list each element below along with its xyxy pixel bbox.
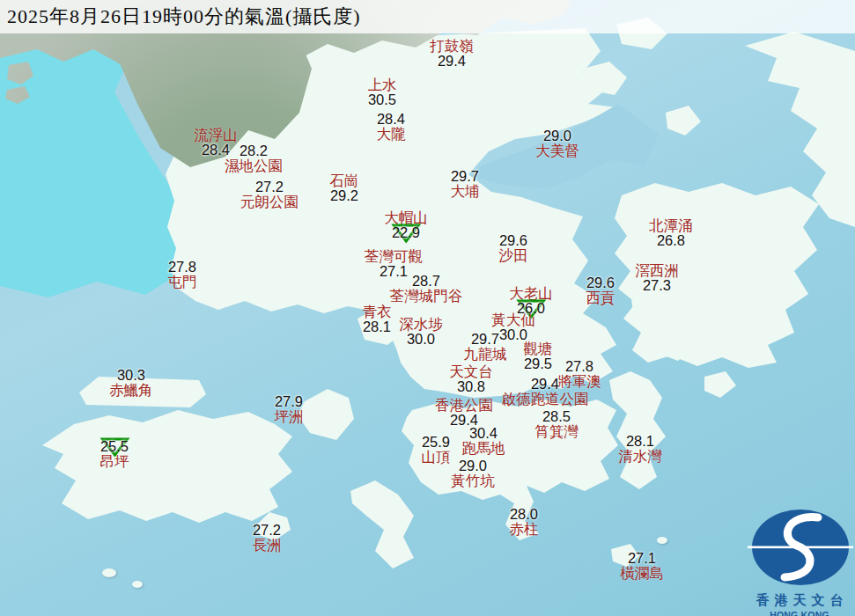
station-元朗公園: 27.2元朗公園 <box>240 180 299 209</box>
station-上水: 上水30.5 <box>368 77 397 107</box>
station-name: 黃竹坑 <box>451 473 495 488</box>
station-name: 滘西洲 <box>635 263 679 278</box>
station-天文台: 天文台30.8 <box>449 364 493 394</box>
station-value: 27.1 <box>620 551 664 566</box>
station-name: 橫瀾島 <box>620 566 664 581</box>
station-value: 28.4 <box>377 112 406 127</box>
station-跑馬地: 30.4跑馬地 <box>461 426 505 456</box>
station-value: 26.8 <box>649 233 693 248</box>
station-name: 赤鱲角 <box>109 383 153 398</box>
station-觀塘: 觀塘29.5 <box>524 341 553 371</box>
map-title: 2025年8月26日19時00分的氣溫(攝氏度) <box>0 4 361 30</box>
station-value: 29.6 <box>499 233 528 248</box>
station-name: 荃灣城門谷 <box>390 289 463 304</box>
station-value: 29.6 <box>586 275 615 290</box>
station-value: 28.5 <box>534 409 579 424</box>
station-value: 29.5 <box>524 356 553 371</box>
station-value: 29.2 <box>330 188 359 203</box>
station-清水灣: 28.1清水灣 <box>618 434 662 464</box>
station-name: 北潭涌 <box>649 218 693 233</box>
station-香港公園: 香港公園29.4 <box>435 398 493 428</box>
station-打鼓嶺: 打鼓嶺29.4 <box>430 39 474 69</box>
station-西貢: 29.6西貢 <box>586 275 615 305</box>
station-九龍城: 29.7九龍城 <box>463 332 507 362</box>
station-name: 打鼓嶺 <box>430 39 474 54</box>
station-name: 清水灣 <box>618 449 662 464</box>
station-name: 坪洲 <box>275 409 304 424</box>
station-value: 30.5 <box>368 92 397 107</box>
station-name: 上水 <box>368 77 397 92</box>
stations-layer: 打鼓嶺29.4上水30.5流浮山28.428.2濕地公園27.2元朗公園石崗29… <box>0 0 855 616</box>
hko-logo-title-zh: 香港天文台 <box>744 592 855 609</box>
station-name: 觀塘 <box>524 341 553 356</box>
station-name: 長洲 <box>253 538 282 553</box>
station-value: 28.7 <box>390 274 463 289</box>
station-name: 大隴 <box>377 127 406 142</box>
station-青衣: 青衣28.1 <box>363 304 392 334</box>
station-name: 流浮山 <box>194 128 238 143</box>
station-name: 天文台 <box>449 364 493 379</box>
station-筲箕灣: 28.5筲箕灣 <box>534 409 579 439</box>
station-value: 28.2 <box>225 143 283 158</box>
station-坪洲: 27.9坪洲 <box>275 394 304 424</box>
station-value: 25.5 <box>100 439 129 454</box>
station-value: 28.0 <box>510 507 539 522</box>
station-name: 赤柱 <box>510 522 539 537</box>
station-name: 九龍城 <box>463 347 507 362</box>
station-赤鱲角: 30.3赤鱲角 <box>109 368 153 398</box>
station-value: 28.1 <box>363 319 392 334</box>
station-value: 29.7 <box>463 332 507 347</box>
station-name: 黃大仙 <box>491 312 535 327</box>
station-深水埗: 深水埗30.0 <box>399 317 443 347</box>
station-value: 27.8 <box>168 260 197 275</box>
title-bar: 2025年8月26日19時00分的氣溫(攝氏度) <box>0 0 855 33</box>
station-value: 27.3 <box>635 278 679 293</box>
station-value: 22.9 <box>384 225 428 240</box>
station-value: 27.2 <box>240 180 299 194</box>
station-赤柱: 28.0赤柱 <box>510 507 539 537</box>
station-黃竹坑: 29.0黃竹坑 <box>451 458 495 488</box>
station-北潭涌: 北潭涌26.8 <box>649 218 693 248</box>
station-name: 香港公園 <box>435 398 493 413</box>
station-value: 25.9 <box>422 435 451 450</box>
station-value: 27.2 <box>253 523 282 538</box>
station-橫瀾島: 27.1橫瀾島 <box>620 551 664 581</box>
hko-logo-title-en: HONG KONG OBSERVATORY <box>744 610 855 616</box>
station-山頂: 25.9山頂 <box>422 435 451 465</box>
station-name: 石崗 <box>330 173 359 188</box>
station-屯門: 27.8屯門 <box>168 260 197 290</box>
station-name: 屯門 <box>168 275 197 290</box>
station-value: 29.0 <box>451 458 495 473</box>
station-name: 濕地公園 <box>225 158 283 173</box>
station-value: 27.9 <box>275 394 304 409</box>
hko-logo: 香港天文台 HONG KONG OBSERVATORY <box>744 507 855 616</box>
station-value: 29.4 <box>430 54 474 69</box>
station-大帽山: 大帽山22.9 <box>384 210 428 240</box>
station-name: 沙田 <box>499 248 528 263</box>
station-name: 大埔 <box>451 184 480 199</box>
station-昂坪: 25.5昂坪 <box>100 439 129 469</box>
temperature-map: 打鼓嶺29.4上水30.5流浮山28.428.2濕地公園27.2元朗公園石崗29… <box>0 0 855 616</box>
station-value: 28.1 <box>618 434 662 449</box>
station-荃灣城門谷: 28.7荃灣城門谷 <box>390 274 463 304</box>
station-大美督: 29.0大美督 <box>535 128 579 158</box>
station-大埔: 29.7大埔 <box>451 169 480 199</box>
station-沙田: 29.6沙田 <box>499 233 528 263</box>
station-石崗: 石崗29.2 <box>330 173 359 203</box>
station-value: 30.8 <box>449 379 493 394</box>
station-value: 30.0 <box>399 332 443 347</box>
station-value: 29.7 <box>451 169 480 184</box>
station-value: 29.0 <box>535 128 579 143</box>
station-name: 筲箕灣 <box>534 424 579 439</box>
station-name: 元朗公園 <box>240 194 299 209</box>
station-value: 29.4 <box>502 377 589 392</box>
hko-swirl-icon <box>744 507 855 588</box>
station-name: 山頂 <box>422 450 451 465</box>
station-濕地公園: 28.2濕地公園 <box>225 143 283 173</box>
station-value: 30.3 <box>109 368 153 383</box>
station-大隴: 28.4大隴 <box>377 112 406 142</box>
station-value: 30.4 <box>461 426 505 441</box>
station-name: 深水埗 <box>399 317 443 332</box>
station-name: 跑馬地 <box>461 441 505 456</box>
station-滘西洲: 滘西洲27.3 <box>635 263 679 293</box>
